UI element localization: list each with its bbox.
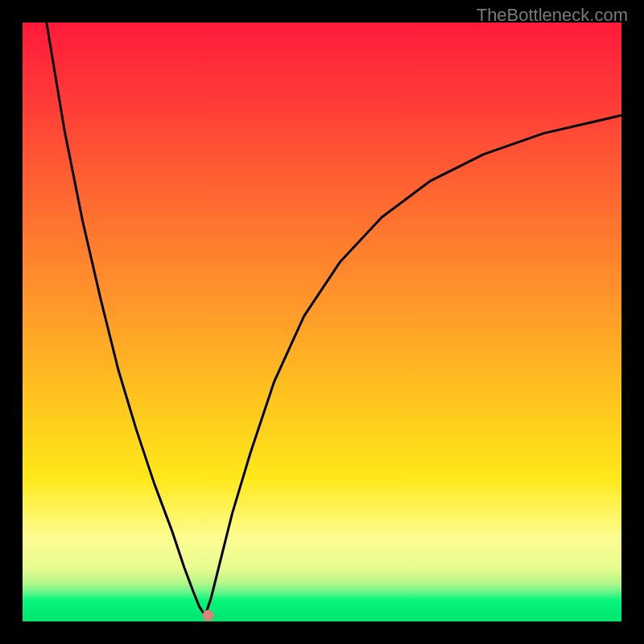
chart-svg <box>23 23 621 621</box>
heat-background <box>23 23 621 621</box>
watermark-text: TheBottleneck.com <box>477 5 628 26</box>
bottleneck-chart <box>23 23 621 621</box>
optimum-marker <box>203 610 214 621</box>
chart-outer: { "watermark": "TheBottleneck.com", "cha… <box>0 0 644 644</box>
